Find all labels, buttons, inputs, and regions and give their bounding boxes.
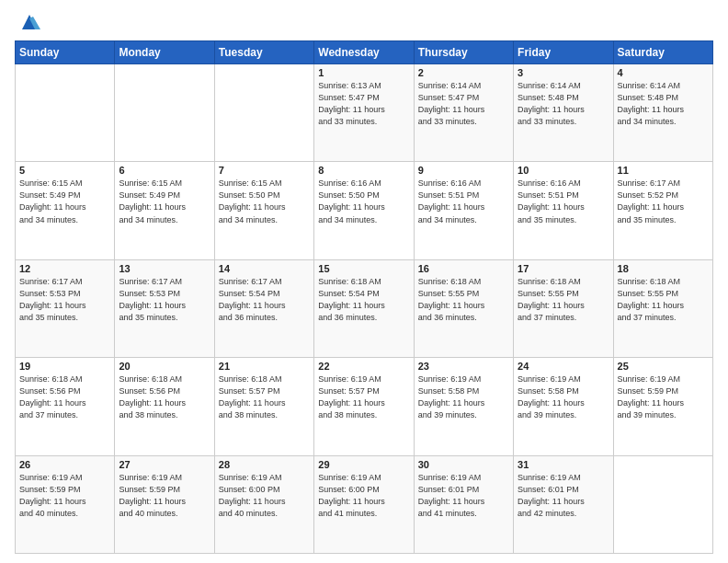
day-number: 23 [418,361,509,372]
day-info: Sunrise: 6:17 AM Sunset: 5:52 PM Dayligh… [618,178,709,225]
day-info: Sunrise: 6:15 AM Sunset: 5:49 PM Dayligh… [119,178,210,225]
day-info: Sunrise: 6:14 AM Sunset: 5:47 PM Dayligh… [418,80,509,128]
calendar-cell: 4Sunrise: 6:14 AM Sunset: 5:48 PM Daylig… [613,64,712,162]
day-info: Sunrise: 6:18 AM Sunset: 5:56 PM Dayligh… [19,373,110,421]
calendar-cell: 15Sunrise: 6:18 AM Sunset: 5:54 PM Dayli… [314,259,414,357]
calendar-cell: 31Sunrise: 6:19 AM Sunset: 6:01 PM Dayli… [514,455,613,553]
calendar-cell: 6Sunrise: 6:15 AM Sunset: 5:49 PM Daylig… [115,162,214,259]
calendar-cell: 21Sunrise: 6:18 AM Sunset: 5:57 PM Dayli… [214,358,313,455]
day-number: 28 [219,459,310,470]
calendar-cell: 30Sunrise: 6:19 AM Sunset: 6:01 PM Dayli… [414,455,513,553]
calendar-cell: 18Sunrise: 6:18 AM Sunset: 5:55 PM Dayli… [613,259,712,357]
day-info: Sunrise: 6:15 AM Sunset: 5:49 PM Dayligh… [19,178,110,225]
day-info: Sunrise: 6:16 AM Sunset: 5:50 PM Dayligh… [318,178,409,225]
day-number: 4 [618,67,709,78]
weekday-header-row: SundayMondayTuesdayWednesdayThursdayFrid… [16,41,713,64]
day-number: 2 [418,67,509,78]
calendar-cell: 2Sunrise: 6:14 AM Sunset: 5:47 PM Daylig… [414,64,513,162]
weekday-header-friday: Friday [514,41,613,64]
day-number: 9 [418,165,509,176]
day-number: 25 [618,361,709,372]
day-number: 5 [19,165,110,176]
day-info: Sunrise: 6:19 AM Sunset: 5:58 PM Dayligh… [418,373,509,421]
day-info: Sunrise: 6:17 AM Sunset: 5:54 PM Dayligh… [219,276,310,324]
weekday-header-tuesday: Tuesday [214,41,313,64]
calendar-cell: 27Sunrise: 6:19 AM Sunset: 5:59 PM Dayli… [115,455,214,553]
calendar-cell: 23Sunrise: 6:19 AM Sunset: 5:58 PM Dayli… [414,358,513,455]
calendar-cell: 1Sunrise: 6:13 AM Sunset: 5:47 PM Daylig… [314,64,414,162]
page: SundayMondayTuesdayWednesdayThursdayFrid… [0,0,728,563]
calendar-cell: 16Sunrise: 6:18 AM Sunset: 5:55 PM Dayli… [414,259,513,357]
calendar-week-2: 5Sunrise: 6:15 AM Sunset: 5:49 PM Daylig… [16,162,713,259]
day-info: Sunrise: 6:19 AM Sunset: 5:59 PM Dayligh… [618,373,709,421]
day-number: 24 [518,361,609,372]
day-number: 22 [318,361,409,372]
calendar-table: SundayMondayTuesdayWednesdayThursdayFrid… [15,40,713,554]
calendar-week-4: 19Sunrise: 6:18 AM Sunset: 5:56 PM Dayli… [16,358,713,455]
calendar-cell: 3Sunrise: 6:14 AM Sunset: 5:48 PM Daylig… [514,64,613,162]
day-info: Sunrise: 6:18 AM Sunset: 5:54 PM Dayligh… [318,276,409,324]
calendar-cell: 22Sunrise: 6:19 AM Sunset: 5:57 PM Dayli… [314,358,414,455]
day-number: 29 [318,459,409,470]
weekday-header-wednesday: Wednesday [314,41,414,64]
calendar-cell: 5Sunrise: 6:15 AM Sunset: 5:49 PM Daylig… [16,162,115,259]
day-info: Sunrise: 6:19 AM Sunset: 5:57 PM Dayligh… [318,373,409,421]
calendar-cell: 29Sunrise: 6:19 AM Sunset: 6:00 PM Dayli… [314,455,414,553]
calendar-cell: 7Sunrise: 6:15 AM Sunset: 5:50 PM Daylig… [214,162,313,259]
day-info: Sunrise: 6:18 AM Sunset: 5:55 PM Dayligh… [518,276,609,324]
day-number: 1 [318,67,409,78]
weekday-header-monday: Monday [115,41,214,64]
day-info: Sunrise: 6:18 AM Sunset: 5:56 PM Dayligh… [119,373,210,421]
day-info: Sunrise: 6:14 AM Sunset: 5:48 PM Dayligh… [518,80,609,128]
day-info: Sunrise: 6:17 AM Sunset: 5:53 PM Dayligh… [19,276,110,324]
day-number: 11 [618,165,709,176]
header [15,9,713,35]
calendar-cell: 12Sunrise: 6:17 AM Sunset: 5:53 PM Dayli… [16,259,115,357]
day-number: 20 [119,361,210,372]
weekday-header-saturday: Saturday [613,41,712,64]
day-number: 10 [518,165,609,176]
calendar-cell: 26Sunrise: 6:19 AM Sunset: 5:59 PM Dayli… [16,455,115,553]
day-number: 17 [518,263,609,274]
day-number: 30 [418,459,509,470]
calendar-cell: 11Sunrise: 6:17 AM Sunset: 5:52 PM Dayli… [613,162,712,259]
day-number: 31 [518,459,609,470]
day-info: Sunrise: 6:19 AM Sunset: 6:00 PM Dayligh… [318,472,409,520]
calendar-week-3: 12Sunrise: 6:17 AM Sunset: 5:53 PM Dayli… [16,259,713,357]
day-number: 21 [219,361,310,372]
calendar-cell: 13Sunrise: 6:17 AM Sunset: 5:53 PM Dayli… [115,259,214,357]
day-number: 27 [119,459,210,470]
day-number: 19 [19,361,110,372]
day-info: Sunrise: 6:14 AM Sunset: 5:48 PM Dayligh… [618,80,709,128]
day-number: 13 [119,263,210,274]
logo-icon [17,9,42,35]
calendar-cell: 14Sunrise: 6:17 AM Sunset: 5:54 PM Dayli… [214,259,313,357]
day-number: 15 [318,263,409,274]
calendar-cell [16,64,115,162]
calendar-cell: 10Sunrise: 6:16 AM Sunset: 5:51 PM Dayli… [514,162,613,259]
calendar-cell: 8Sunrise: 6:16 AM Sunset: 5:50 PM Daylig… [314,162,414,259]
calendar-cell: 25Sunrise: 6:19 AM Sunset: 5:59 PM Dayli… [613,358,712,455]
day-number: 3 [518,67,609,78]
day-info: Sunrise: 6:19 AM Sunset: 6:01 PM Dayligh… [518,472,609,520]
calendar-cell [613,455,712,553]
day-info: Sunrise: 6:19 AM Sunset: 6:01 PM Dayligh… [418,472,509,520]
day-info: Sunrise: 6:19 AM Sunset: 5:59 PM Dayligh… [119,472,210,520]
day-info: Sunrise: 6:19 AM Sunset: 5:59 PM Dayligh… [19,472,110,520]
day-info: Sunrise: 6:19 AM Sunset: 6:00 PM Dayligh… [219,472,310,520]
day-number: 6 [119,165,210,176]
calendar-cell: 9Sunrise: 6:16 AM Sunset: 5:51 PM Daylig… [414,162,513,259]
day-info: Sunrise: 6:17 AM Sunset: 5:53 PM Dayligh… [119,276,210,324]
day-info: Sunrise: 6:16 AM Sunset: 5:51 PM Dayligh… [518,178,609,225]
logo [15,9,42,35]
day-info: Sunrise: 6:13 AM Sunset: 5:47 PM Dayligh… [318,80,409,128]
weekday-header-sunday: Sunday [16,41,115,64]
calendar-week-5: 26Sunrise: 6:19 AM Sunset: 5:59 PM Dayli… [16,455,713,553]
day-number: 18 [618,263,709,274]
day-info: Sunrise: 6:19 AM Sunset: 5:58 PM Dayligh… [518,373,609,421]
day-info: Sunrise: 6:18 AM Sunset: 5:55 PM Dayligh… [618,276,709,324]
day-number: 8 [318,165,409,176]
calendar-cell [214,64,313,162]
calendar-cell: 20Sunrise: 6:18 AM Sunset: 5:56 PM Dayli… [115,358,214,455]
calendar-cell: 19Sunrise: 6:18 AM Sunset: 5:56 PM Dayli… [16,358,115,455]
